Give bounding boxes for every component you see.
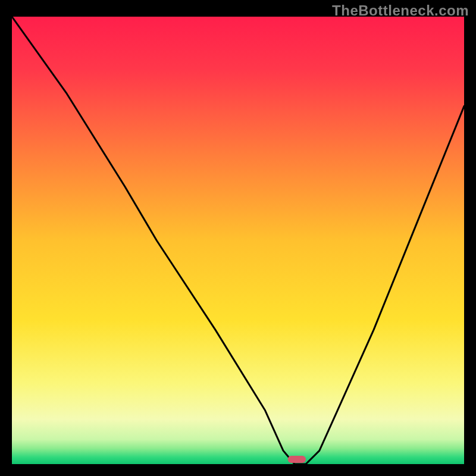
plot-svg xyxy=(12,17,464,464)
chart-frame: TheBottleneck.com xyxy=(0,0,476,476)
optimal-marker xyxy=(288,456,306,463)
gradient-background xyxy=(12,17,464,464)
bottleneck-plot xyxy=(12,17,464,464)
